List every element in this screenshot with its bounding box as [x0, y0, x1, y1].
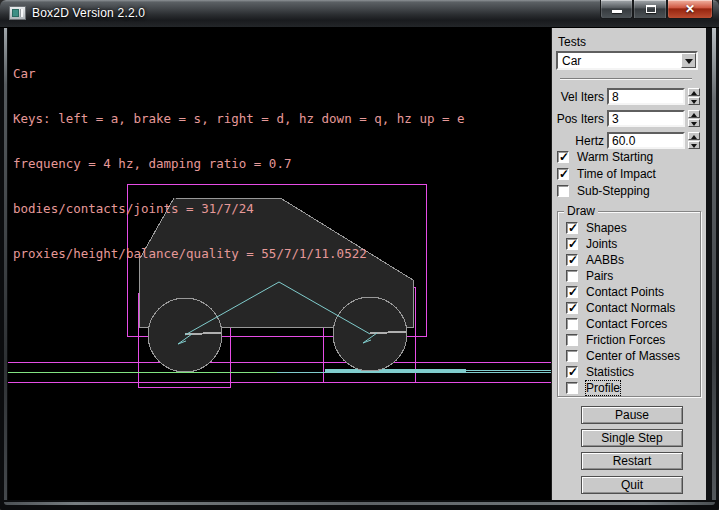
- window-controls: ✕: [600, 0, 713, 19]
- hertz-input[interactable]: [607, 132, 685, 149]
- minimize-icon: [612, 10, 622, 13]
- debug-text-overlay: Car Keys: left = a, brake = s, right = d…: [13, 36, 465, 291]
- close-button[interactable]: ✕: [667, 0, 713, 19]
- pos-iters-up-button[interactable]: [688, 110, 700, 118]
- arrow-down-icon: [691, 100, 697, 104]
- stats-line: bodies/contacts/joints = 31/7/24: [13, 201, 465, 216]
- frequency-line: frequency = 4 hz, damping ratio = 0.7: [13, 156, 465, 171]
- aabbs-label: AABBs: [586, 253, 624, 267]
- vel-iters-up-button[interactable]: [688, 88, 700, 96]
- quit-button[interactable]: Quit: [581, 476, 683, 494]
- maximize-icon: [646, 5, 656, 13]
- center-of-masses-checkbox[interactable]: [566, 350, 578, 362]
- simulation-canvas[interactable]: Car Keys: left = a, brake = s, right = d…: [8, 28, 551, 500]
- statistics-label: Statistics: [586, 365, 634, 379]
- contact-points-label: Contact Points: [586, 285, 664, 299]
- single-step-button[interactable]: Single Step: [581, 429, 683, 447]
- arrow-up-icon: [691, 113, 697, 117]
- time-of-impact-label: Time of Impact: [577, 167, 656, 181]
- bridge-joint-segment-thick: [325, 369, 466, 372]
- draw-groupbox: Draw Shapes Joints AABBs Pairs Contact P…: [557, 211, 701, 397]
- window-frame-bottom: [0, 500, 719, 510]
- maximize-button[interactable]: [633, 0, 667, 19]
- arrow-down-icon: [691, 144, 697, 148]
- statistics-checkbox[interactable]: [566, 366, 578, 378]
- dropdown-button[interactable]: [681, 53, 696, 68]
- profile-label: Profile: [586, 381, 620, 395]
- time-of-impact-checkbox[interactable]: [557, 168, 569, 180]
- friction-forces-label: Friction Forces: [586, 333, 665, 347]
- contact-forces-checkbox[interactable]: [566, 318, 578, 330]
- profile-checkbox[interactable]: [566, 382, 578, 394]
- window-frame-right: [706, 28, 719, 500]
- pos-iters-row: Pos Iters: [552, 110, 702, 127]
- draw-group-title: Draw: [564, 204, 598, 218]
- arrow-up-icon: [691, 135, 697, 139]
- hertz-row: Hertz: [552, 132, 702, 149]
- contact-normals-checkbox[interactable]: [566, 302, 578, 314]
- sub-stepping-checkbox[interactable]: [557, 185, 569, 197]
- pairs-checkbox[interactable]: [566, 270, 578, 282]
- separator: [560, 78, 692, 80]
- joints-label: Joints: [586, 237, 617, 251]
- window-frame-left: [0, 28, 8, 500]
- hertz-label: Hertz: [552, 134, 604, 148]
- tests-selected-value: Car: [562, 54, 581, 68]
- proxies-line: proxies/height/balance/quality = 55/7/1/…: [13, 246, 465, 261]
- vel-iters-label: Vel Iters: [552, 90, 604, 104]
- front-wheel-radius-line: [370, 332, 406, 333]
- control-panel: Tests Car Vel Iters Pos Iters: [551, 28, 706, 500]
- pos-iters-input[interactable]: [607, 110, 685, 127]
- tests-dropdown[interactable]: Car: [556, 51, 698, 70]
- keys-help-line: Keys: left = a, brake = s, right = d, hz…: [13, 111, 465, 126]
- close-icon: ✕: [668, 2, 712, 16]
- contact-forces-label: Contact Forces: [586, 317, 667, 331]
- sub-stepping-label: Sub-Stepping: [577, 184, 650, 198]
- chevron-down-icon: [685, 59, 693, 64]
- pairs-label: Pairs: [586, 269, 613, 283]
- vel-iters-row: Vel Iters: [552, 88, 702, 105]
- shapes-checkbox[interactable]: [566, 222, 578, 234]
- warm-starting-label: Warm Starting: [577, 150, 653, 164]
- contact-normals-label: Contact Normals: [586, 301, 675, 315]
- restart-button[interactable]: Restart: [581, 452, 683, 470]
- app-icon-strip: [20, 9, 23, 17]
- friction-forces-checkbox[interactable]: [566, 334, 578, 346]
- test-title: Car: [13, 66, 465, 81]
- titlebar[interactable]: Box2D Version 2.2.0 ✕: [0, 0, 719, 28]
- arrow-up-icon: [691, 91, 697, 95]
- app-window: Box2D Version 2.2.0 ✕: [0, 0, 719, 510]
- vel-iters-stepper: [688, 88, 700, 105]
- pos-iters-stepper: [688, 110, 700, 127]
- warm-starting-checkbox[interactable]: [557, 151, 569, 163]
- pos-iters-down-button[interactable]: [688, 119, 700, 127]
- app-icon-pane: [12, 9, 19, 17]
- tests-label: Tests: [558, 35, 586, 49]
- hertz-down-button[interactable]: [688, 141, 700, 149]
- app-icon: [9, 6, 26, 20]
- arrow-down-icon: [691, 122, 697, 126]
- minimize-button[interactable]: [600, 0, 633, 19]
- joints-checkbox[interactable]: [566, 238, 578, 250]
- vel-iters-input[interactable]: [607, 88, 685, 105]
- contact-points-checkbox[interactable]: [566, 286, 578, 298]
- shapes-label: Shapes: [586, 221, 627, 235]
- aabbs-checkbox[interactable]: [566, 254, 578, 266]
- pos-iters-label: Pos Iters: [552, 112, 604, 126]
- pause-button[interactable]: Pause: [581, 406, 683, 424]
- vel-iters-down-button[interactable]: [688, 97, 700, 105]
- center-of-masses-label: Center of Masses: [586, 349, 680, 363]
- hertz-stepper: [688, 132, 700, 149]
- hertz-up-button[interactable]: [688, 132, 700, 140]
- window-title: Box2D Version 2.2.0: [32, 6, 145, 20]
- rear-wheel-radius-line: [185, 333, 221, 334]
